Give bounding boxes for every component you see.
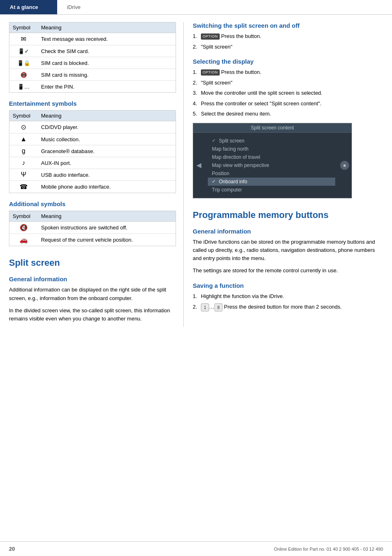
meaning-cell: Spoken instructions are switched off.	[38, 222, 176, 234]
list-item: 2."Split screen"	[193, 43, 383, 51]
screenshot-menu-item[interactable]: Split screen	[208, 137, 335, 145]
meaning-cell: Text message was received.	[38, 33, 176, 45]
split-screen-text1: Additional information can be displayed …	[9, 286, 176, 302]
sim-table-col1: Symbol	[9, 22, 38, 33]
page-footer: 20 Online Edition for Part no. 01 40 2 9…	[0, 541, 392, 556]
selecting-steps-list: 1.OPTIONPress the button.2."Split screen…	[193, 68, 383, 118]
header-left-label: At a glance	[10, 4, 38, 10]
idrive-btn-1[interactable]: ◉	[340, 161, 349, 170]
meaning-cell: Request of the current vehicle position.	[38, 234, 176, 246]
meaning-cell: Mobile phone audio interface.	[38, 181, 176, 193]
general-info-text2-1: The iDrive functions can be stored on th…	[193, 238, 383, 262]
table-row: 📱🔒SIM card is blocked.	[9, 57, 176, 69]
meaning-cell: Gracenote® database.	[38, 145, 176, 157]
screenshot-menu-item[interactable]: Map direction of travel	[208, 153, 335, 161]
additional-heading: Additional symbols	[9, 200, 176, 207]
screenshot-menu-item[interactable]: Map view with perspective	[208, 161, 335, 169]
selecting-heading: Selecting the display	[193, 58, 383, 65]
list-item: 2."Split screen"	[193, 79, 383, 87]
table-row: ⊙CD/DVD player.	[9, 121, 176, 133]
memory-button-8-icon: 8	[214, 303, 223, 311]
additional-symbols-table: Symbol Meaning 🔇Spoken instructions are …	[9, 211, 176, 246]
add-table-col1: Symbol	[9, 211, 38, 222]
symbol-cell: ⊙	[9, 121, 38, 133]
switching-steps-list: 1.OPTIONPress the button.2."Split screen…	[193, 32, 383, 51]
list-item: 4.Press the controller or select "Split …	[193, 100, 383, 108]
header-right-label: iDrive	[67, 4, 80, 10]
entertainment-symbols-table: Symbol Meaning ⊙CD/DVD player.▲Music col…	[9, 110, 176, 193]
screenshot-title: Split screen content	[193, 123, 352, 133]
meaning-cell: SIM card is blocked.	[38, 57, 176, 69]
prog-memory-heading: Programmable memory buttons	[193, 210, 383, 220]
idrive-controls: ◉	[340, 135, 349, 196]
meaning-cell: USB audio interface.	[38, 169, 176, 181]
list-item: 2.1…8 Press the desired button for more …	[193, 303, 383, 311]
meaning-cell: SIM card is missing.	[38, 69, 176, 81]
symbol-cell: 🔇	[9, 222, 38, 234]
screenshot-menu: Split screenMap facing northMap directio…	[205, 135, 339, 196]
ent-table-col2: Meaning	[38, 111, 176, 121]
split-screen-screenshot: Split screen content ◀ Split screenMap f…	[193, 123, 352, 198]
symbol-cell: ✉	[9, 33, 38, 45]
screenshot-menu-item[interactable]: Trip computer	[208, 186, 335, 194]
symbol-cell: g	[9, 145, 38, 157]
screenshot-left-arrow[interactable]: ◀	[193, 135, 205, 196]
split-screen-general-info-heading: General information	[9, 276, 176, 282]
table-row: ✉Text message was received.	[9, 33, 176, 45]
symbol-cell: Ψ	[9, 169, 38, 181]
screenshot-menu-item[interactable]: Position	[208, 169, 335, 178]
saving-heading: Saving a function	[193, 282, 383, 289]
list-item: 1.OPTIONPress the button.	[193, 32, 383, 40]
main-content: Symbol Meaning ✉Text message was receive…	[0, 15, 392, 343]
symbol-cell: 📵	[9, 69, 38, 81]
memory-button-1-icon: 1	[201, 303, 209, 311]
header-right-tab: iDrive	[57, 0, 90, 14]
saving-steps-list: 1.Highlight the function via the iDrive.…	[193, 292, 383, 311]
symbol-cell: ♪	[9, 157, 38, 169]
table-row: 🔇Spoken instructions are switched off.	[9, 222, 176, 234]
table-row: ΨUSB audio interface.	[9, 169, 176, 181]
list-item: 1.OPTIONPress the button.	[193, 68, 383, 76]
symbol-cell: ☎	[9, 181, 38, 193]
symbol-cell: 📱…	[9, 81, 38, 93]
header-left-tab: At a glance	[0, 0, 57, 14]
entertainment-heading: Entertainment symbols	[9, 100, 176, 107]
table-row: ▲Music collection.	[9, 133, 176, 145]
list-item: 1.Highlight the function via the iDrive.	[193, 292, 383, 300]
page-header: At a glance iDrive	[0, 0, 392, 15]
symbol-cell: ▲	[9, 133, 38, 145]
list-item: 5.Select the desired menu item.	[193, 110, 383, 118]
general-info-text2-2: The settings are stored for the remote c…	[193, 267, 383, 275]
screenshot-menu-item[interactable]: Map facing north	[208, 145, 335, 153]
meaning-cell: AUX-IN port.	[38, 157, 176, 169]
meaning-cell: Check the SIM card.	[38, 45, 176, 57]
meaning-cell: Enter the PIN.	[38, 81, 176, 93]
option-button-icon: OPTION	[201, 33, 220, 40]
left-column: Symbol Meaning ✉Text message was receive…	[0, 22, 184, 327]
add-table-col2: Meaning	[38, 211, 176, 222]
table-row: gGracenote® database.	[9, 145, 176, 157]
footer-edition-text: Online Edition for Part no. 01 40 2 900 …	[274, 547, 383, 552]
split-screen-text2: In the divided screen view, the so-calle…	[9, 307, 176, 323]
table-row: ♪AUX-IN port.	[9, 157, 176, 169]
switching-heading: Switching the split screen on and off	[193, 22, 383, 29]
screenshot-menu-item[interactable]: Onboard info	[208, 178, 335, 186]
meaning-cell: CD/DVD player.	[38, 121, 176, 133]
ent-table-col1: Symbol	[9, 111, 38, 121]
symbol-cell: 📱✓	[9, 45, 38, 57]
table-row: 🚗Request of the current vehicle position…	[9, 234, 176, 246]
option-button-icon: OPTION	[201, 69, 220, 76]
table-row: 📵SIM card is missing.	[9, 69, 176, 81]
split-screen-heading: Split screen	[9, 258, 176, 268]
right-column: Switching the split screen on and off 1.…	[184, 22, 392, 327]
symbol-cell: 🚗	[9, 234, 38, 246]
table-row: 📱…Enter the PIN.	[9, 81, 176, 93]
symbol-cell: 📱🔒	[9, 57, 38, 69]
general-info-heading2: General information	[193, 228, 383, 235]
table-row: ☎Mobile phone audio interface.	[9, 181, 176, 193]
footer-page-number: 20	[9, 546, 15, 552]
sim-symbols-table: Symbol Meaning ✉Text message was receive…	[9, 22, 176, 93]
sim-table-col2: Meaning	[38, 22, 176, 33]
meaning-cell: Music collection.	[38, 133, 176, 145]
list-item: 3.Move the controller until the split sc…	[193, 89, 383, 97]
